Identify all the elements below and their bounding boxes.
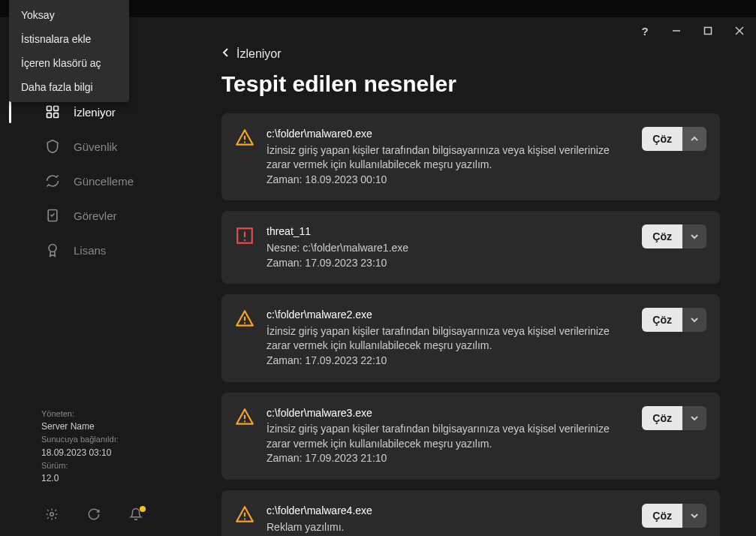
threat-title: c:\folder\malware2.exe xyxy=(267,308,630,323)
clipboard-icon xyxy=(45,208,60,223)
notification-dot xyxy=(140,506,146,512)
svg-point-17 xyxy=(244,322,245,324)
sidebar-item-label: Güncelleme xyxy=(74,175,134,188)
close-icon[interactable] xyxy=(732,23,747,38)
threat-card: threat_11Nesne: c:\folder\malware1.exeZa… xyxy=(221,211,720,284)
solve-button[interactable]: Çöz xyxy=(642,224,682,248)
managed-by-label: Yöneten: xyxy=(41,408,184,420)
threat-card: c:\folder\malware3.exeİzinsiz giriş yapa… xyxy=(221,393,720,480)
breadcrumb-label: İzleniyor xyxy=(236,47,282,61)
threat-body: threat_11Nesne: c:\folder\malware1.exeZa… xyxy=(267,224,630,270)
context-menu-item[interactable]: Yoksay xyxy=(9,3,129,27)
threat-desc: İzinsiz giriş yapan kişiler tarafından b… xyxy=(267,143,630,173)
threat-time: Zaman: 17.09.2023 22:10 xyxy=(267,354,630,369)
sidebar-item-label: Görevler xyxy=(74,209,117,222)
version-label: Sürüm: xyxy=(41,459,184,472)
context-menu: Yoksayİstisnalara ekleİçeren klasörü açD… xyxy=(9,0,129,102)
threat-desc: Nesne: c:\folder\malware1.exe xyxy=(267,241,630,256)
svg-point-15 xyxy=(244,239,246,242)
sidebar-item-label: Lisans xyxy=(74,244,106,257)
chevron-up-icon[interactable] xyxy=(682,127,706,151)
svg-rect-8 xyxy=(705,28,712,35)
maximize-icon[interactable] xyxy=(700,23,715,38)
svg-point-5 xyxy=(49,245,56,252)
svg-rect-1 xyxy=(54,107,59,111)
solve-button[interactable]: Çöz xyxy=(642,406,682,430)
window-controls: ? xyxy=(637,23,747,38)
sidebar-item-update[interactable]: Güncelleme xyxy=(0,164,199,198)
context-menu-item[interactable]: İstisnalara ekle xyxy=(9,27,129,51)
sidebar-item-tasks[interactable]: Görevler xyxy=(0,198,199,233)
monitor-icon xyxy=(45,104,60,119)
threat-body: c:\folder\malware4.exeReklam yazılımı.Za… xyxy=(267,504,630,536)
threat-body: c:\folder\malware2.exeİzinsiz giriş yapa… xyxy=(267,308,630,368)
notifications-icon[interactable] xyxy=(129,507,143,524)
threat-title: c:\folder\malware0.exe xyxy=(267,127,630,142)
sidebar-actions xyxy=(0,495,199,536)
threat-warning-icon xyxy=(235,408,255,427)
context-menu-item[interactable]: Daha fazla bilgi xyxy=(9,75,129,99)
threat-actions: Çöz xyxy=(642,127,706,151)
sidebar-footer: Yöneten: Server Name Sunucuya bağlanıldı… xyxy=(0,397,199,496)
threat-card: c:\folder\malware0.exeİzinsiz giriş yapa… xyxy=(221,113,720,200)
threat-time: Zaman: 18.09.2023 00:10 xyxy=(267,173,630,188)
chevron-down-icon[interactable] xyxy=(682,504,706,528)
threat-desc: İzinsiz giriş yapan kişiler tarafından b… xyxy=(267,422,630,451)
threat-critical-icon xyxy=(235,226,255,245)
shield-icon xyxy=(45,139,60,154)
award-icon xyxy=(45,242,60,257)
connected-label: Sunucuya bağlanıldı: xyxy=(41,433,184,446)
support-icon[interactable] xyxy=(87,507,101,524)
svg-point-21 xyxy=(244,518,245,519)
context-menu-item[interactable]: İçeren klasörü aç xyxy=(9,51,129,75)
svg-rect-0 xyxy=(47,107,52,111)
minimize-icon[interactable] xyxy=(669,23,684,38)
svg-point-12 xyxy=(244,141,245,143)
threat-actions: Çöz xyxy=(642,308,706,332)
threat-title: c:\folder\malware4.exe xyxy=(267,504,630,519)
settings-icon[interactable] xyxy=(45,507,59,524)
solve-button[interactable]: Çöz xyxy=(642,127,682,151)
sidebar-item-label: Güvenlik xyxy=(74,140,117,153)
sidebar-item-label: İzleniyor xyxy=(74,106,116,119)
threat-actions: Çöz xyxy=(642,504,706,528)
threat-desc: Reklam yazılımı. xyxy=(267,520,630,535)
refresh-icon xyxy=(45,173,60,188)
solve-button[interactable]: Çöz xyxy=(642,504,682,528)
main: ? İzleniyor Tespit edilen nesneler c:\fo… xyxy=(199,17,756,536)
threat-time: Zaman: 17.09.2023 21:10 xyxy=(267,451,630,466)
threat-actions: Çöz xyxy=(642,224,706,248)
threat-card: c:\folder\malware2.exeİzinsiz giriş yapa… xyxy=(221,294,720,381)
chevron-left-icon xyxy=(221,47,229,61)
threat-desc: İzinsiz giriş yapan kişiler tarafından b… xyxy=(267,324,630,354)
threat-title: c:\folder\malware3.exe xyxy=(267,406,630,421)
nav: İzleniyor Güvenlik Güncelleme Görevler xyxy=(0,95,199,397)
threat-warning-icon xyxy=(235,309,255,329)
threat-warning-icon xyxy=(235,505,255,525)
threat-title: threat_11 xyxy=(267,224,630,239)
threat-body: c:\folder\malware0.exeİzinsiz giriş yapa… xyxy=(267,127,630,187)
chevron-down-icon[interactable] xyxy=(682,406,706,430)
threat-actions: Çöz xyxy=(642,406,706,430)
solve-button[interactable]: Çöz xyxy=(642,308,682,332)
threat-list[interactable]: c:\folder\malware0.exeİzinsiz giriş yapa… xyxy=(221,113,733,536)
threat-card: c:\folder\malware4.exeReklam yazılımı.Za… xyxy=(221,490,720,536)
threat-body: c:\folder\malware3.exeİzinsiz giriş yapa… xyxy=(267,406,630,466)
help-icon[interactable]: ? xyxy=(637,23,652,38)
svg-rect-2 xyxy=(47,113,52,118)
svg-point-6 xyxy=(50,513,54,516)
chevron-down-icon[interactable] xyxy=(682,308,706,332)
threat-time: Zaman: 17.09.2023 23:10 xyxy=(267,256,630,271)
sidebar-item-license[interactable]: Lisans xyxy=(0,233,199,267)
svg-rect-3 xyxy=(54,113,59,118)
managed-by-value: Server Name xyxy=(41,420,184,433)
svg-point-19 xyxy=(244,420,245,422)
threat-warning-icon xyxy=(235,128,255,148)
version-value: 12.0 xyxy=(41,471,184,485)
connected-value: 18.09.2023 03:10 xyxy=(41,446,184,459)
chevron-down-icon[interactable] xyxy=(682,224,706,248)
page-title: Tespit edilen nesneler xyxy=(221,71,733,97)
sidebar-item-security[interactable]: Güvenlik xyxy=(0,129,199,164)
breadcrumb[interactable]: İzleniyor xyxy=(221,47,733,61)
